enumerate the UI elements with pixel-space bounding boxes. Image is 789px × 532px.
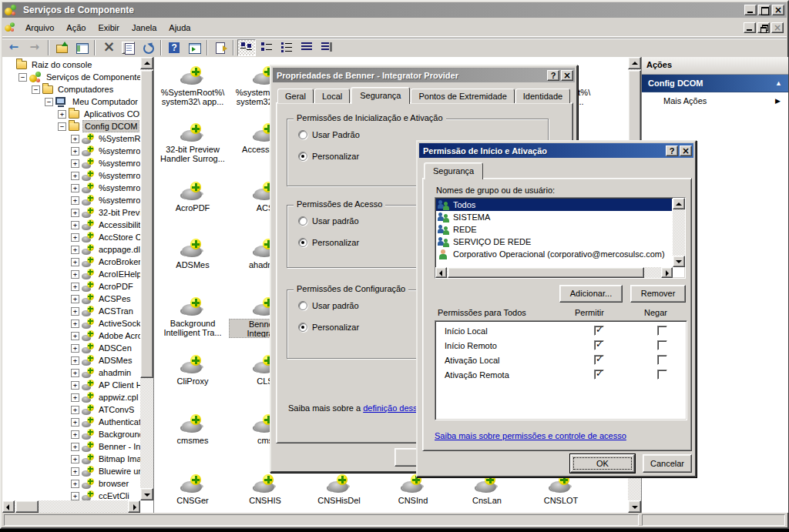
scroll-left-button[interactable]	[2, 500, 15, 513]
view-details-button[interactable]	[297, 39, 316, 56]
dcom-item-cnslan[interactable]: CnsLan	[451, 474, 523, 507]
scroll-right-button[interactable]	[661, 267, 673, 278]
tree-item-config-dcom[interactable]: −Config DCOM	[2, 120, 140, 132]
tree-item-meu-computador[interactable]: −Meu Computador	[2, 95, 140, 108]
tree-item-systemrc[interactable]: +%SystemRc	[2, 132, 140, 145]
expand-toggle[interactable]: +	[71, 172, 79, 180]
actions-group-config-dcom[interactable]: Config DCOM ▲	[642, 75, 788, 92]
tree-item-acstran[interactable]: +ACSTran	[2, 305, 140, 317]
view-large-icons-button[interactable]	[237, 39, 256, 56]
collapse-toggle[interactable]: −	[18, 73, 27, 82]
close-button[interactable]	[772, 5, 784, 15]
expand-toggle[interactable]: +	[71, 369, 79, 377]
radio-button[interactable]	[298, 323, 307, 332]
tree-horizontal-scrollbar[interactable]	[2, 500, 140, 513]
tree-item-systemroc[interactable]: +%systemroc	[2, 194, 140, 206]
tree-item-benner-int[interactable]: +Benner - Int	[2, 440, 140, 453]
tree-item-acropdf[interactable]: +AcroPDF	[2, 280, 140, 293]
scroll-right-button[interactable]	[128, 500, 140, 513]
tree-item-32-bit-previe[interactable]: +32-bit Previe	[2, 206, 140, 219]
back-button[interactable]	[6, 39, 25, 56]
list-vertical-scrollbar[interactable]	[673, 198, 685, 267]
tree-item-raiz-do-console[interactable]: Raiz do console	[2, 59, 140, 71]
radio-button[interactable]	[298, 130, 307, 139]
expand-toggle[interactable]: +	[71, 492, 79, 500]
tree-item-systemroc[interactable]: +%systemroc	[2, 182, 140, 194]
tab-pontos-de-extremidade[interactable]: Pontos de Extremidade	[411, 89, 514, 103]
expand-toggle[interactable]: +	[71, 246, 79, 254]
up-one-level-button[interactable]	[52, 39, 71, 56]
allow-checkbox[interactable]	[594, 370, 604, 380]
dcom-item-cnslot[interactable]: CNSLOT	[525, 474, 597, 507]
scroll-up-button[interactable]	[140, 57, 153, 69]
scroll-thumb[interactable]	[15, 500, 39, 513]
user-row-sistema[interactable]: SISTEMA	[436, 211, 672, 223]
tab-geral[interactable]: Geral	[277, 89, 314, 103]
dcom-item-cnshis[interactable]: CNSHIS	[229, 474, 301, 507]
tree-item-systemroc[interactable]: +%systemroc	[2, 157, 140, 169]
learn-more-link[interactable]: definição dessa	[363, 403, 421, 413]
help-button[interactable]: ?	[666, 146, 678, 156]
tree-item-servi-os-de-componente[interactable]: −Serviços de Componente	[2, 71, 140, 83]
scroll-left-button[interactable]	[435, 267, 447, 278]
expand-toggle[interactable]: +	[71, 184, 79, 192]
dcom-item-systemroot-system32-app[interactable]: %SystemRoot%\ system32\ app...	[156, 66, 229, 108]
expand-toggle[interactable]: +	[71, 135, 79, 143]
tree-item-acrobroker[interactable]: +AcroBroker	[2, 256, 140, 268]
expand-toggle[interactable]: +	[58, 110, 66, 119]
scroll-up-button[interactable]	[673, 198, 685, 209]
tree-item-bitmap-imag[interactable]: +Bitmap Imag	[2, 453, 140, 465]
collapse-toggle[interactable]: −	[45, 98, 53, 106]
mdi-minimize-button[interactable]	[744, 22, 756, 33]
dcom-item-adsmes[interactable]: ADSMes	[156, 239, 229, 271]
dcom-item-32-bit-preview-handler-surrog[interactable]: 32-bit Preview Handler Surrog...	[156, 123, 229, 165]
actions-item-more-actions[interactable]: Mais Ações ▶	[642, 92, 788, 109]
expand-toggle[interactable]: +	[71, 393, 79, 402]
permissions-learn-more-link[interactable]: Saiba mais sobre permissões e controle d…	[435, 431, 626, 440]
dcom-item-cnsger[interactable]: CNSGer	[156, 474, 229, 507]
help-button[interactable]	[165, 39, 183, 56]
permission-dialog-title-bar[interactable]: Permissão de Início e Ativação ?	[419, 143, 693, 158]
tree-item-background[interactable]: +Background	[2, 428, 140, 440]
tree-item-accessibility[interactable]: +Accessibility	[2, 219, 140, 231]
scroll-thumb[interactable]	[140, 70, 153, 378]
dcom-item-cmsmes[interactable]: cmsmes	[156, 414, 229, 447]
scroll-down-button[interactable]	[673, 256, 685, 267]
properties-button[interactable]	[119, 39, 137, 56]
menu-arquivo[interactable]: Arquivo	[19, 21, 60, 35]
expand-toggle[interactable]: +	[71, 443, 79, 451]
expand-toggle[interactable]: +	[71, 332, 79, 340]
scroll-thumb[interactable]	[448, 267, 644, 278]
tree-item-ap-client-hx[interactable]: +AP Client Hx	[2, 379, 140, 391]
mdi-restore-button[interactable]	[757, 22, 770, 33]
expand-toggle[interactable]: +	[71, 455, 79, 463]
tab-seguran-a[interactable]: Segurança	[351, 87, 410, 104]
window-title-bar[interactable]: Serviços de Componente	[2, 2, 787, 18]
deny-checkbox[interactable]	[657, 340, 667, 350]
expand-toggle[interactable]: +	[71, 147, 79, 156]
user-row-rede[interactable]: REDE	[436, 223, 672, 236]
view-list-button[interactable]	[277, 39, 296, 56]
tree-item-authenticati[interactable]: +Authenticati	[2, 416, 140, 428]
allow-checkbox[interactable]	[594, 340, 604, 350]
tree-item-acroiehelpe[interactable]: +AcroIEHelpe	[2, 268, 140, 280]
tree-item-aplicativos-com[interactable]: +Aplicativos COM	[2, 108, 140, 120]
expand-toggle[interactable]: +	[71, 356, 79, 365]
delete-button[interactable]	[99, 39, 117, 56]
deny-checkbox[interactable]	[657, 370, 667, 380]
tree-item-appwiz-cpl[interactable]: +appwiz.cpl	[2, 391, 140, 403]
group-user-list[interactable]: TodosSISTEMAREDESERVIÇO DE REDECorporati…	[435, 197, 686, 279]
forward-button[interactable]	[26, 39, 45, 56]
allow-checkbox[interactable]	[594, 326, 604, 336]
tree-item-bluewire-unp[interactable]: +Bluewire unp	[2, 465, 140, 477]
cancel-button[interactable]: Cancelar	[643, 454, 692, 473]
tree-item-adscen[interactable]: +ADSCen	[2, 342, 140, 354]
expand-toggle[interactable]: +	[71, 258, 79, 266]
radio-button[interactable]	[298, 216, 307, 226]
tree-vertical-scrollbar[interactable]	[140, 57, 153, 500]
expand-toggle[interactable]: +	[71, 430, 79, 439]
tree-item-computadores[interactable]: −Computadores	[2, 83, 140, 95]
tree-item-ccevtcli[interactable]: +ccEvtCli	[2, 490, 140, 500]
user-row-todos[interactable]: Todos	[436, 199, 672, 211]
scroll-down-button[interactable]	[140, 488, 153, 500]
